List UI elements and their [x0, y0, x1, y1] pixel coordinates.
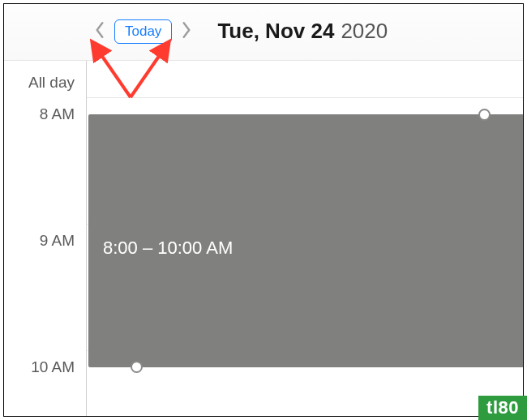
header-bar: Today Tue, Nov 24 2020	[4, 4, 523, 61]
chevron-right-icon	[181, 21, 192, 42]
time-label-8am: 8 AM	[40, 105, 75, 123]
date-year: 2020	[341, 19, 388, 44]
time-label-10am: 10 AM	[31, 358, 75, 376]
allday-row[interactable]	[87, 61, 523, 98]
prev-day-button[interactable]	[92, 20, 108, 43]
date-main: Tue, Nov 24	[217, 19, 334, 44]
calendar-window: Today Tue, Nov 24 2020 All day 8 AM 9 AM…	[3, 3, 524, 417]
day-column[interactable]: 8:00 – 10:00 AM	[87, 61, 523, 416]
today-button[interactable]: Today	[114, 19, 172, 44]
event-resize-end-handle[interactable]	[131, 361, 143, 373]
event-time-range: 8:00 – 10:00 AM	[103, 238, 233, 259]
hour-grid[interactable]: 8:00 – 10:00 AM	[87, 98, 523, 416]
watermark: tl80	[478, 396, 527, 420]
time-gutter: All day 8 AM 9 AM 10 AM	[4, 61, 87, 416]
next-day-button[interactable]	[178, 20, 195, 43]
day-grid: All day 8 AM 9 AM 10 AM 8:00 – 10:00 AM	[4, 61, 523, 416]
chevron-left-icon	[94, 21, 105, 42]
date-title: Tue, Nov 24 2020	[217, 19, 388, 44]
event-resize-start-handle[interactable]	[478, 109, 491, 121]
allday-label: All day	[28, 74, 75, 92]
calendar-event[interactable]: 8:00 – 10:00 AM	[88, 114, 523, 367]
time-label-9am: 9 AM	[40, 232, 75, 250]
